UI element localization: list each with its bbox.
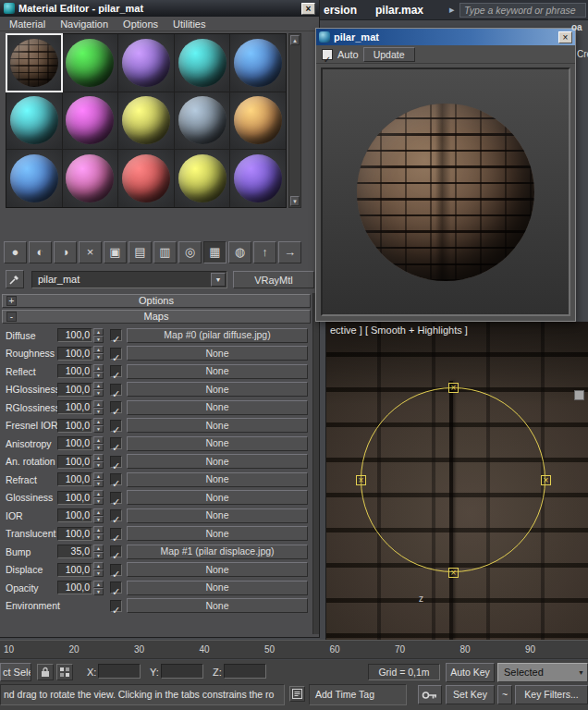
map-enable-checkbox[interactable]: ✓ — [110, 329, 122, 341]
map-amount-field[interactable]: 100,0 — [57, 491, 92, 505]
spinner-down-icon[interactable]: ▼ — [93, 425, 104, 433]
rollout-maps[interactable]: - Maps — [2, 310, 311, 324]
map-slot-button[interactable]: None — [127, 526, 308, 541]
menu-navigation[interactable]: Navigation — [53, 18, 116, 30]
z-coordinate-input[interactable] — [224, 664, 266, 679]
menu-utilities[interactable]: Utilities — [165, 18, 213, 30]
close-icon[interactable]: × — [558, 31, 572, 43]
spinner-down-icon[interactable]: ▼ — [93, 389, 104, 397]
spinner-up-icon[interactable]: ▲ — [93, 472, 104, 480]
spinner[interactable]: ▲▼ — [93, 545, 104, 559]
map-enable-checkbox[interactable]: ✓ — [110, 528, 122, 540]
gizmo-handle-right[interactable]: × — [541, 475, 551, 485]
material-sample-slot[interactable] — [175, 34, 230, 92]
spinner[interactable]: ▲▼ — [93, 490, 104, 505]
map-enable-checkbox[interactable]: ✓ — [110, 365, 122, 377]
map-enable-checkbox[interactable]: ✓ — [110, 509, 122, 521]
gizmo-handle-bottom[interactable]: × — [448, 568, 459, 578]
key-filters-button[interactable]: Key Filters... — [515, 685, 588, 704]
map-slot-button[interactable]: None — [127, 490, 308, 505]
spinner-down-icon[interactable]: ▼ — [93, 461, 104, 469]
rollout-options[interactable]: + Options — [2, 294, 311, 308]
spinner-up-icon[interactable]: ▲ — [93, 400, 104, 408]
gizmo-handle-top[interactable]: × — [448, 383, 459, 393]
spinner-down-icon[interactable]: ▼ — [93, 569, 104, 577]
material-sample-slot[interactable] — [63, 92, 118, 150]
spinner[interactable]: ▲▼ — [93, 328, 104, 343]
rotate-gizmo-circle[interactable] — [361, 387, 545, 572]
spinner-down-icon[interactable]: ▼ — [93, 552, 104, 559]
spinner-up-icon[interactable]: ▲ — [93, 508, 104, 516]
search-input[interactable] — [459, 3, 586, 18]
map-slot-button[interactable]: None — [127, 436, 308, 451]
get-material-icon[interactable]: ● — [4, 241, 27, 263]
make-material-copy-icon[interactable]: ▣ — [104, 241, 127, 263]
map-enable-checkbox[interactable]: ✓ — [110, 473, 122, 485]
collapse-icon[interactable]: - — [6, 312, 17, 322]
dropdown-arrow-icon[interactable]: ▼ — [211, 273, 226, 287]
map-enable-checkbox[interactable]: ✓ — [110, 492, 122, 504]
spinner-down-icon[interactable]: ▼ — [93, 533, 104, 541]
spinner-up-icon[interactable]: ▲ — [93, 526, 104, 533]
map-amount-field[interactable]: 100,0 — [57, 328, 92, 342]
map-slot-button[interactable]: None — [127, 364, 308, 379]
map-enable-checkbox[interactable]: ✓ — [110, 437, 122, 449]
map-slot-button[interactable]: None — [127, 598, 308, 613]
preview-window-titlebar[interactable]: pilar_mat × — [316, 29, 575, 45]
go-to-parent-icon[interactable]: ↑ — [253, 241, 276, 263]
map-slot-button[interactable]: None — [127, 508, 308, 523]
update-button[interactable]: Update — [363, 47, 415, 62]
menu-material[interactable]: Material — [2, 18, 53, 30]
time-tag-icon[interactable] — [289, 686, 305, 702]
map-slot-button[interactable]: None — [127, 581, 308, 595]
spinner[interactable]: ▲▼ — [93, 472, 104, 487]
material-sample-slot[interactable] — [118, 34, 174, 92]
palette-scrollbar[interactable]: ▲ ▼ — [288, 33, 301, 208]
map-amount-field[interactable]: 100,0 — [57, 400, 92, 414]
map-enable-checkbox[interactable]: ✓ — [110, 384, 122, 396]
map-slot-button[interactable]: Map #0 (pilar diffuse.jpg) — [127, 328, 308, 343]
spinner-up-icon[interactable]: ▲ — [93, 436, 104, 444]
spinner-up-icon[interactable]: ▲ — [93, 418, 104, 425]
show-end-result-icon[interactable]: ◍ — [228, 241, 251, 263]
auto-update-checkbox[interactable]: ✓ — [322, 49, 333, 60]
spinner-down-icon[interactable]: ▼ — [93, 408, 104, 415]
material-sample-slot[interactable] — [118, 92, 174, 150]
put-to-library-icon[interactable]: ▥ — [153, 241, 177, 263]
scroll-up-icon[interactable]: ▲ — [290, 35, 300, 45]
material-editor-titlebar[interactable]: Material Editor - pilar_mat × — [0, 0, 319, 17]
map-slot-button[interactable]: None — [127, 346, 308, 361]
spinner-up-icon[interactable]: ▲ — [93, 382, 104, 389]
map-enable-checkbox[interactable]: ✓ — [110, 401, 122, 413]
map-enable-checkbox[interactable]: ✓ — [110, 600, 122, 612]
map-amount-field[interactable]: 100,0 — [57, 347, 92, 361]
auto-key-button[interactable]: Auto Key — [446, 663, 495, 682]
map-slot-button[interactable]: None — [127, 418, 308, 433]
spinner[interactable]: ▲▼ — [93, 382, 104, 397]
material-sample-slot[interactable] — [6, 92, 62, 150]
material-sample-slot[interactable] — [63, 150, 118, 207]
material-sample-slot[interactable] — [230, 92, 286, 150]
selection-set-dropdown[interactable]: Selected ▼ — [497, 663, 588, 682]
spinner-down-icon[interactable]: ▼ — [93, 444, 104, 451]
map-amount-field[interactable]: 100,0 — [57, 455, 92, 469]
close-icon[interactable]: × — [301, 3, 315, 15]
material-sample-slot[interactable] — [6, 34, 62, 92]
map-amount-field[interactable]: 35,0 — [57, 545, 92, 558]
material-sample-slot[interactable] — [6, 150, 62, 207]
map-amount-field[interactable]: 100,0 — [57, 527, 92, 541]
map-slot-button[interactable]: None — [127, 472, 308, 487]
map-amount-field[interactable]: 100,0 — [57, 472, 92, 486]
map-amount-field[interactable]: 100,0 — [57, 508, 92, 522]
perspective-viewport[interactable]: ective ] [ Smooth + Highlights ] × × × ×… — [325, 322, 588, 640]
pick-material-eyedropper-icon[interactable] — [6, 270, 24, 288]
rollout-scrollbar[interactable] — [312, 293, 319, 634]
set-key-mode-icon[interactable] — [418, 685, 442, 704]
make-unique-icon[interactable]: ▤ — [129, 241, 152, 263]
spinner[interactable]: ▲▼ — [93, 436, 104, 451]
map-enable-checkbox[interactable]: ✓ — [110, 545, 122, 557]
selection-lock-icon[interactable] — [37, 664, 54, 680]
spinner-down-icon[interactable]: ▼ — [93, 372, 104, 379]
map-slot-button[interactable]: Map #1 (pilar displace.jpg) — [127, 545, 308, 559]
material-sample-slot[interactable] — [118, 150, 174, 207]
